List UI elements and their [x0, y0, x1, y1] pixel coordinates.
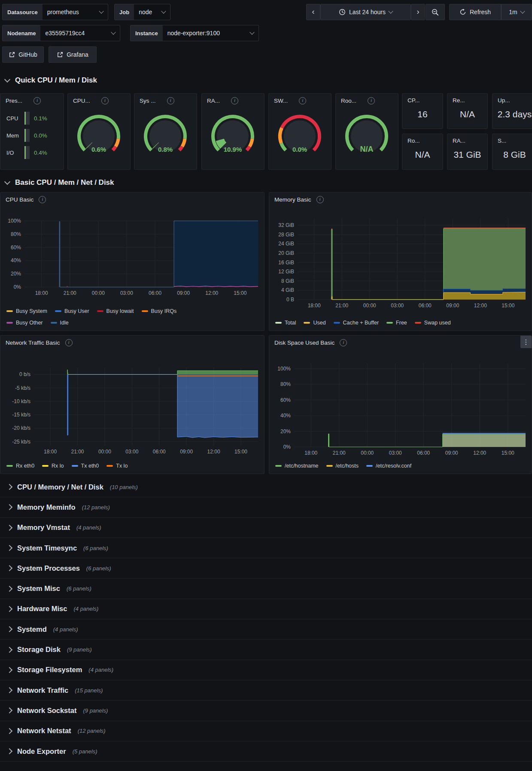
row-title: Storage Filesystem: [17, 666, 82, 674]
section-basic-cpu-mem-net-disk[interactable]: Basic CPU / Mem / Net / Disk: [5, 177, 114, 188]
time-back-button[interactable]: ‹: [306, 4, 320, 20]
legend-item[interactable]: Cache + Buffer: [334, 320, 379, 326]
panel-title[interactable]: RA...: [207, 98, 220, 104]
github-link-button[interactable]: GitHub: [2, 46, 44, 63]
panel-title[interactable]: Disk Space Used Basic: [274, 340, 334, 346]
job-control: Job node: [114, 4, 170, 20]
dashboard-row-network-sockstat[interactable]: Network Sockstat(9 panels): [0, 701, 532, 721]
svg-text:12:00: 12:00: [207, 449, 220, 455]
svg-text:15:00: 15:00: [234, 290, 246, 296]
instance-select[interactable]: node-exporter:9100: [163, 25, 258, 41]
svg-text:21:00: 21:00: [333, 450, 346, 456]
legend-item[interactable]: Tx eth0: [72, 463, 99, 469]
panel-title[interactable]: Roo...: [341, 98, 356, 104]
legend-item[interactable]: Busy IRQs: [142, 308, 177, 314]
info-icon[interactable]: i: [299, 97, 306, 104]
info-icon[interactable]: i: [340, 339, 347, 346]
datasource-select[interactable]: prometheus: [43, 4, 108, 20]
job-select[interactable]: node: [134, 4, 170, 20]
legend-item[interactable]: Busy Iowait: [97, 308, 134, 314]
dashboard-row-network-traffic[interactable]: Network Traffic(15 panels): [0, 680, 532, 701]
panel-title[interactable]: Network Traffic Basic: [6, 340, 60, 346]
gauge-panel: Sys ...i0.8%: [134, 93, 197, 170]
svg-text:06:00: 06:00: [417, 450, 430, 456]
chart-panel-cpu: CPU Basici0%20%40%60%80%100%18:0021:0000…: [0, 192, 264, 331]
panel-title[interactable]: RA...: [453, 138, 465, 144]
panel-title[interactable]: Re...: [453, 97, 465, 104]
zoom-out-button[interactable]: [426, 4, 445, 20]
info-icon[interactable]: i: [33, 97, 41, 104]
dashboard-row-cpu-memory-net-disk[interactable]: CPU / Memory / Net / Disk(10 panels): [0, 477, 532, 497]
dashboard-row-node-exporter[interactable]: Node Exporter(5 panels): [0, 741, 532, 762]
legend-item[interactable]: Tx lo: [106, 463, 128, 469]
legend-item[interactable]: Busy User: [55, 308, 89, 314]
section-quick-cpu-mem-disk[interactable]: Quick CPU / Mem / Disk: [5, 75, 97, 86]
svg-text:80%: 80%: [280, 381, 291, 387]
info-icon[interactable]: i: [368, 97, 375, 104]
dashboard-row-system-timesync[interactable]: System Timesync(6 panels): [0, 538, 532, 558]
legend-item[interactable]: Used: [304, 320, 325, 326]
legend-swatch-icon: [304, 322, 310, 324]
dashboard-row-system-misc[interactable]: System Misc(6 panels): [0, 579, 532, 599]
row-title: Network Sockstat: [17, 707, 76, 715]
info-icon[interactable]: i: [39, 196, 46, 203]
panel-menu-icon[interactable]: ⋮: [520, 336, 532, 348]
panel-title[interactable]: Pres...: [6, 98, 22, 104]
legend-item[interactable]: Rx lo: [42, 463, 64, 469]
panel-title[interactable]: CP...: [407, 97, 420, 104]
legend-item[interactable]: Rx eth0: [6, 463, 34, 469]
chart-plot-mem[interactable]: 0 B4 GiB8 GiB12 GiB16 GiB20 GiB24 GiB28 …: [269, 204, 532, 315]
legend-item[interactable]: Total: [275, 320, 296, 326]
svg-text:0 B: 0 B: [286, 297, 294, 303]
panel-title[interactable]: Memory Basic: [274, 196, 311, 203]
info-icon[interactable]: i: [231, 97, 238, 104]
panel-title[interactable]: CPU Basic: [6, 196, 33, 203]
nodename-select[interactable]: e35595719cc4: [40, 25, 120, 41]
refresh-button[interactable]: Refresh: [449, 4, 501, 20]
svg-text:20%: 20%: [280, 428, 291, 434]
time-range-picker[interactable]: Last 24 hours: [320, 4, 411, 20]
chart-plot-disk[interactable]: 0%20%40%60%80%100%18:0021:0000:0003:0006…: [269, 347, 532, 458]
legend-item[interactable]: /etc/hosts: [326, 463, 359, 469]
panel-title[interactable]: S...: [498, 138, 506, 144]
legend-item[interactable]: /etc/resolv.conf: [366, 463, 411, 469]
grafana-link-button[interactable]: Grafana: [49, 46, 97, 63]
info-icon[interactable]: i: [316, 196, 324, 203]
pressure-row-value: 0.0%: [34, 132, 47, 139]
dashboard-row-systemd[interactable]: Systemd(4 panels): [0, 619, 532, 639]
panel-title[interactable]: SW...: [274, 98, 288, 104]
svg-text:60%: 60%: [280, 397, 291, 403]
info-icon[interactable]: i: [65, 339, 73, 346]
refresh-interval-select[interactable]: 1m: [501, 4, 532, 20]
legend-item[interactable]: Swap used: [415, 320, 451, 326]
stat-panel: RA...31 GiB: [447, 134, 488, 170]
chevron-right-icon: [6, 565, 12, 571]
legend-item[interactable]: Free: [386, 320, 407, 326]
dashboard-row-hardware-misc[interactable]: Hardware Misc(4 panels): [0, 599, 532, 619]
chart-plot-cpu[interactable]: 0%20%40%60%80%100%18:0021:0000:0003:0006…: [0, 204, 264, 303]
svg-text:0.8%: 0.8%: [158, 146, 173, 153]
dashboard-row-storage-disk[interactable]: Storage Disk(9 panels): [0, 639, 532, 660]
chevron-right-icon: [6, 707, 12, 713]
dashboard-row-system-processes[interactable]: System Processes(6 panels): [0, 558, 532, 578]
dashboard-row-memory-meminfo[interactable]: Memory Meminfo(12 panels): [0, 497, 532, 517]
time-forward-button[interactable]: ›: [411, 4, 425, 20]
job-value: node: [139, 9, 152, 15]
svg-text:00:00: 00:00: [98, 449, 111, 455]
legend-item[interactable]: /etc/hostname: [275, 463, 319, 469]
panel-title[interactable]: CPU...: [73, 98, 90, 104]
legend-item[interactable]: Idle: [51, 320, 69, 326]
panel-title[interactable]: Ro...: [407, 138, 420, 144]
dashboard-row-memory-vmstat[interactable]: Memory Vmstat(4 panels): [0, 518, 532, 538]
legend-item[interactable]: Busy System: [6, 308, 47, 314]
info-icon[interactable]: i: [101, 97, 109, 104]
chart-plot-net[interactable]: 0 b/s-5 kb/s-10 kb/s-15 kb/s-20 kb/s-25 …: [0, 347, 264, 458]
panel-title[interactable]: Up...: [498, 97, 510, 104]
legend-item[interactable]: Busy Other: [6, 320, 43, 326]
bar-gauge: [24, 129, 30, 142]
panel-title[interactable]: Sys ...: [140, 98, 156, 104]
dashboard-row-storage-filesystem[interactable]: Storage Filesystem(4 panels): [0, 660, 532, 680]
gauge-panel: CPU...i0.6%: [67, 93, 131, 170]
dashboard-row-network-netstat[interactable]: Network Netstat(12 panels): [0, 721, 532, 741]
info-icon[interactable]: i: [167, 97, 174, 104]
